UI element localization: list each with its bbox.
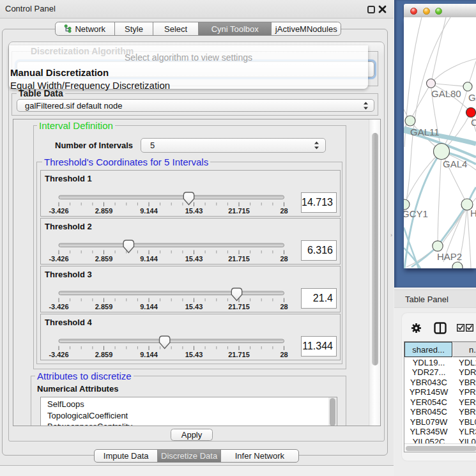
svg-text:15.43: 15.43 [185, 351, 203, 358]
svg-text:15.43: 15.43 [185, 303, 203, 311]
svg-text:-3.426: -3.426 [49, 207, 68, 215]
svg-text:-3.426: -3.426 [49, 303, 68, 311]
svg-text:H: H [470, 208, 476, 219]
svg-text:C: C [471, 117, 476, 128]
svg-text:9.144: 9.144 [140, 207, 158, 215]
svg-text:2.859: 2.859 [95, 303, 113, 311]
svg-text:-3.426: -3.426 [49, 255, 68, 263]
svg-text:GAL4: GAL4 [443, 158, 467, 169]
svg-text:2.859: 2.859 [95, 255, 113, 263]
svg-text:2.859: 2.859 [95, 207, 113, 215]
svg-text:-3.426: -3.426 [49, 351, 68, 358]
svg-text:15.43: 15.43 [185, 207, 203, 215]
svg-text:28: 28 [280, 207, 288, 215]
svg-text:GCY1: GCY1 [404, 208, 428, 219]
svg-text:9.144: 9.144 [140, 351, 158, 358]
svg-text:21.715: 21.715 [228, 255, 250, 263]
svg-text:GAL11: GAL11 [410, 127, 440, 137]
svg-text:15.43: 15.43 [185, 255, 203, 263]
svg-text:9.144: 9.144 [140, 303, 158, 311]
svg-text:21.715: 21.715 [228, 351, 250, 358]
svg-text:21.715: 21.715 [228, 303, 250, 311]
svg-text:GA: GA [468, 92, 476, 103]
svg-text:2.859: 2.859 [95, 351, 113, 358]
svg-text:28: 28 [280, 303, 288, 311]
svg-text:21.715: 21.715 [228, 207, 250, 215]
svg-text:28: 28 [280, 351, 288, 358]
svg-text:28: 28 [280, 255, 288, 263]
svg-text:HAP2: HAP2 [437, 251, 462, 262]
svg-text:GAL80: GAL80 [431, 88, 461, 99]
svg-text:9.144: 9.144 [140, 255, 158, 263]
